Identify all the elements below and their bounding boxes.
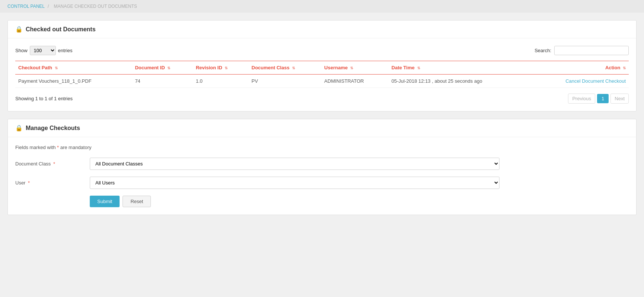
search-control: Search: bbox=[534, 46, 629, 55]
col-action[interactable]: Action ⇅ bbox=[531, 61, 629, 75]
user-select[interactable]: All Users bbox=[90, 177, 499, 189]
user-required: * bbox=[28, 180, 30, 186]
sort-icon-action: ⇅ bbox=[623, 66, 626, 70]
col-checkout-path[interactable]: Checkout Path ⇅ bbox=[15, 61, 132, 75]
showing-text: Showing 1 to 1 of 1 entries bbox=[15, 96, 73, 101]
cell-document-class: PV bbox=[248, 75, 321, 88]
manage-checkouts-card: 🔒 Manage Checkouts Fields marked with * … bbox=[7, 119, 637, 215]
lock-icon: 🔒 bbox=[15, 26, 23, 33]
sort-icon-document-class: ⇅ bbox=[292, 66, 295, 70]
checked-out-title: Checked out Documents bbox=[26, 26, 96, 33]
mandatory-asterisk: * bbox=[57, 145, 59, 150]
user-label: User * bbox=[15, 180, 90, 186]
entries-label: entries bbox=[58, 48, 73, 53]
checked-out-table: Checkout Path ⇅ Document ID ⇅ Revision I… bbox=[15, 61, 629, 88]
table-controls: Show 10 25 50 100 entries Search: bbox=[15, 46, 629, 55]
checked-out-body: Show 10 25 50 100 entries Search: bbox=[8, 38, 636, 111]
search-input[interactable] bbox=[554, 46, 629, 55]
cell-action: Cancel Document Checkout bbox=[531, 75, 629, 88]
breadcrumb-home-link[interactable]: CONTROL PANEL bbox=[7, 4, 45, 9]
manage-checkouts-title: Manage Checkouts bbox=[26, 125, 80, 132]
table-header-row: Checkout Path ⇅ Document ID ⇅ Revision I… bbox=[15, 61, 629, 75]
manage-checkouts-form: Fields marked with * are mandatory Docum… bbox=[8, 137, 636, 215]
cell-revision-id: 1.0 bbox=[193, 75, 249, 88]
cell-document-id: 74 bbox=[132, 75, 193, 88]
manage-lock-icon: 🔒 bbox=[15, 124, 23, 132]
entries-select[interactable]: 10 25 50 100 bbox=[30, 46, 56, 55]
pagination: Previous 1 Next bbox=[568, 94, 629, 104]
reset-button[interactable]: Reset bbox=[123, 196, 151, 207]
sort-icon-document-id: ⇅ bbox=[167, 66, 170, 70]
sort-icon-checkout-path: ⇅ bbox=[55, 66, 58, 70]
sort-icon-username: ⇅ bbox=[350, 66, 353, 70]
manage-checkouts-header: 🔒 Manage Checkouts bbox=[8, 119, 636, 137]
col-date-time[interactable]: Date Time ⇅ bbox=[388, 61, 531, 75]
sort-icon-date-time: ⇅ bbox=[417, 66, 420, 70]
col-username[interactable]: Username ⇅ bbox=[321, 61, 388, 75]
checked-out-documents-card: 🔒 Checked out Documents Show 10 25 50 10… bbox=[7, 20, 637, 111]
pagination-next[interactable]: Next bbox=[610, 94, 629, 104]
show-label: Show bbox=[15, 48, 28, 53]
show-entries-control: Show 10 25 50 100 entries bbox=[15, 46, 73, 55]
cell-username: ADMINISTRATOR bbox=[321, 75, 388, 88]
document-class-group: Document Class * All Document Classes bbox=[15, 158, 629, 170]
submit-button[interactable]: Submit bbox=[90, 196, 120, 207]
sort-icon-revision-id: ⇅ bbox=[225, 66, 228, 70]
col-revision-id[interactable]: Revision ID ⇅ bbox=[193, 61, 249, 75]
document-class-required: * bbox=[53, 161, 55, 167]
search-label: Search: bbox=[534, 48, 551, 53]
pagination-previous[interactable]: Previous bbox=[568, 94, 595, 104]
pagination-page-1[interactable]: 1 bbox=[597, 94, 609, 103]
cell-date-time: 05-Jul-2018 12:13 , about 25 seconds ago bbox=[388, 75, 531, 88]
user-group: User * All Users bbox=[15, 177, 629, 189]
table-row: Payment Vouchers_118_1_0.PDF 74 1.0 PV A… bbox=[15, 75, 629, 88]
col-document-class[interactable]: Document Class ⇅ bbox=[248, 61, 321, 75]
table-footer: Showing 1 to 1 of 1 entries Previous 1 N… bbox=[15, 94, 629, 104]
col-document-id[interactable]: Document ID ⇅ bbox=[132, 61, 193, 75]
checked-out-header: 🔒 Checked out Documents bbox=[8, 20, 636, 38]
document-class-select[interactable]: All Document Classes bbox=[90, 158, 499, 170]
breadcrumb-current: MANAGE CHECKED OUT DOCUMENTS bbox=[54, 4, 137, 9]
cancel-checkout-link[interactable]: Cancel Document Checkout bbox=[565, 78, 626, 84]
breadcrumb: CONTROL PANEL / MANAGE CHECKED OUT DOCUM… bbox=[0, 0, 644, 13]
document-class-label: Document Class * bbox=[15, 161, 90, 167]
form-buttons: Submit Reset bbox=[90, 196, 629, 207]
cell-checkout-path: Payment Vouchers_118_1_0.PDF bbox=[15, 75, 132, 88]
mandatory-note: Fields marked with * are mandatory bbox=[15, 145, 629, 150]
breadcrumb-separator: / bbox=[48, 4, 49, 9]
